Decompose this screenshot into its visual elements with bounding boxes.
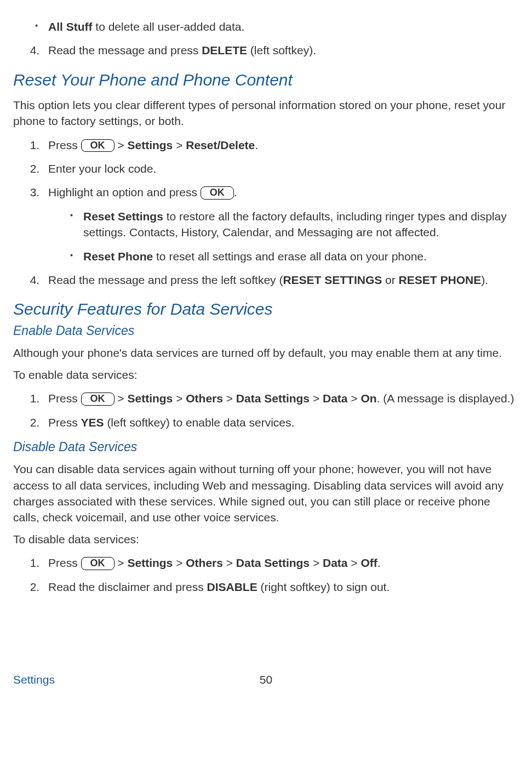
t4a: Read the message and press (48, 44, 202, 56)
d2bold: DISABLE (207, 581, 257, 593)
disable-lead: To disable data services: (13, 531, 519, 547)
reset-step-1: Press OK > Settings > Reset/Delete. (43, 137, 519, 153)
ok-button-icon: OK (81, 139, 115, 152)
r4bold2: RESET PHONE (399, 274, 482, 286)
rb2bold: Reset Phone (83, 250, 153, 263)
r4b: ). (481, 274, 488, 286)
reset-step-2: Enter your lock code. (43, 161, 519, 177)
e1a: Press (48, 392, 81, 405)
rb2rest: to reset all settings and erase all data… (153, 250, 427, 263)
enable-intro: Although your phone's data services are … (13, 345, 519, 361)
d1d: > (223, 556, 236, 569)
e2b: (left softkey) to enable data services. (104, 416, 295, 429)
reset-intro: This option lets you clear different typ… (13, 97, 519, 129)
footer-page-number: 50 (260, 672, 272, 687)
disable-step-2: Read the disclaimer and press DISABLE (r… (43, 579, 519, 595)
r4mid: or (382, 274, 398, 286)
e1bold3: Data Settings (236, 392, 310, 405)
d1c: > (173, 556, 186, 569)
disable-steps: Press OK > Settings > Others > Data Sett… (13, 555, 519, 595)
top-bullets: All Stuff to delete all user-added data. (13, 19, 519, 35)
e1g: . (A message is displayed.) (377, 392, 514, 405)
r1bold1: Settings (127, 139, 173, 151)
rb1bold: Reset Settings (83, 210, 163, 223)
d1a: Press (48, 556, 81, 569)
d1bold2: Others (186, 556, 223, 569)
enable-step-2: Press YES (left softkey) to enable data … (43, 414, 519, 430)
d2b: (right softkey) to sign out. (258, 581, 390, 593)
reset-step-3: Highlight an option and press OK. Reset … (43, 184, 519, 264)
reset-options: Reset Settings to restore all the factor… (48, 208, 519, 264)
e1b: > (115, 392, 128, 405)
page-footer: Settings 50 (13, 672, 519, 687)
d1e: > (310, 556, 323, 569)
e2bold: YES (81, 416, 104, 429)
r1a: Press (48, 139, 81, 151)
top-steps-continued: Read the message and press DELETE (left … (13, 42, 519, 58)
d2a: Read the disclaimer and press (48, 581, 207, 593)
reset-step-4: Read the message and press the left soft… (43, 272, 519, 288)
heading-reset-phone: Reset Your Phone and Phone Content (13, 69, 519, 92)
e1bold4: Data (323, 392, 348, 405)
enable-steps: Press OK > Settings > Others > Data Sett… (13, 390, 519, 430)
disable-intro: You can disable data services again with… (13, 461, 519, 526)
e2a: Press (48, 416, 81, 429)
t4bold: DELETE (202, 44, 247, 56)
e1bold2: Others (186, 392, 223, 405)
e1d: > (223, 392, 236, 405)
ok-button-icon: OK (81, 557, 115, 570)
r1b: > (115, 139, 128, 151)
e1c: > (173, 392, 186, 405)
d1bold1: Settings (127, 556, 173, 569)
r1d: . (255, 139, 258, 151)
r1bold2: Reset/Delete (186, 139, 255, 151)
heading-security-features: Security Features for Data Services (13, 298, 519, 321)
heading-disable-data: Disable Data Services (13, 438, 519, 456)
d1b: > (115, 556, 128, 569)
e1e: > (310, 392, 323, 405)
disable-step-1: Press OK > Settings > Others > Data Sett… (43, 555, 519, 571)
r3b: . (234, 186, 237, 198)
d1g: . (377, 556, 381, 569)
r3a: Highlight an option and press (48, 186, 201, 198)
d1f: > (348, 556, 361, 569)
top-step-4: Read the message and press DELETE (left … (43, 42, 519, 58)
d1bold5: Off (361, 556, 377, 569)
r1c: > (173, 139, 186, 151)
r4a: Read the message and press the left soft… (48, 274, 283, 286)
enable-step-1: Press OK > Settings > Others > Data Sett… (43, 390, 519, 406)
ok-button-icon: OK (81, 393, 115, 406)
reset-steps: Press OK > Settings > Reset/Delete. Ente… (13, 137, 519, 288)
all-stuff-rest: to delete all user-added data. (92, 20, 244, 33)
d1bold4: Data (323, 556, 348, 569)
bullet-all-stuff: All Stuff to delete all user-added data. (36, 19, 519, 35)
e1bold5: On (361, 392, 376, 405)
d1bold3: Data Settings (236, 556, 310, 569)
all-stuff-bold: All Stuff (48, 20, 92, 33)
t4b: (left softkey). (247, 44, 316, 56)
option-reset-settings: Reset Settings to restore all the factor… (71, 208, 519, 241)
enable-lead: To enable data services: (13, 367, 519, 383)
option-reset-phone: Reset Phone to reset all settings and er… (71, 248, 519, 264)
r4bold1: RESET SETTINGS (283, 274, 382, 286)
e1bold1: Settings (127, 392, 173, 405)
footer-section: Settings (13, 673, 55, 686)
e1f: > (348, 392, 361, 405)
heading-enable-data: Enable Data Services (13, 322, 519, 339)
ok-button-icon: OK (201, 186, 234, 200)
